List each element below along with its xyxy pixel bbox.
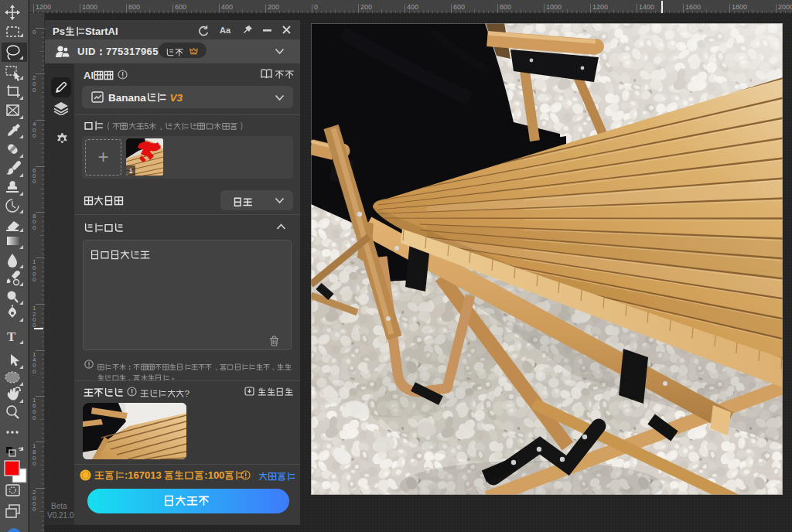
svg-text:1000: 1000: [82, 3, 97, 11]
svg-text:Aa: Aa: [220, 26, 231, 35]
svg-text:0: 0: [32, 224, 36, 231]
svg-text:1600: 1600: [685, 3, 701, 11]
svg-text:1400: 1400: [639, 3, 654, 11]
svg-text:0: 0: [32, 276, 36, 283]
svg-text:1000: 1000: [546, 3, 562, 11]
svg-text:800: 800: [500, 3, 511, 11]
svg-text:600: 600: [453, 3, 465, 11]
svg-text:400: 400: [407, 3, 418, 11]
svg-text:0: 0: [32, 87, 36, 94]
svg-text:1200: 1200: [592, 3, 608, 11]
svg-text:2000: 2000: [778, 3, 792, 11]
svg-text:800: 800: [128, 3, 140, 11]
svg-text:0: 0: [32, 460, 36, 467]
svg-text:400: 400: [221, 3, 233, 11]
svg-text:1800: 1800: [732, 3, 747, 11]
svg-text:0: 0: [314, 3, 318, 11]
svg-text:1200: 1200: [36, 3, 51, 11]
svg-text:0: 0: [32, 132, 36, 139]
svg-text:T: T: [7, 329, 16, 344]
svg-text:0: 0: [32, 322, 36, 329]
svg-text:0: 0: [32, 178, 36, 185]
svg-text:1: 1: [129, 166, 133, 175]
svg-text:0: 0: [32, 368, 36, 375]
svg-text:0: 0: [32, 414, 36, 421]
svg-text:600: 600: [175, 3, 186, 11]
svg-text:200: 200: [268, 3, 279, 11]
svg-text:200: 200: [360, 3, 372, 11]
svg-text:0: 0: [32, 29, 36, 36]
svg-text:0: 0: [32, 506, 36, 513]
